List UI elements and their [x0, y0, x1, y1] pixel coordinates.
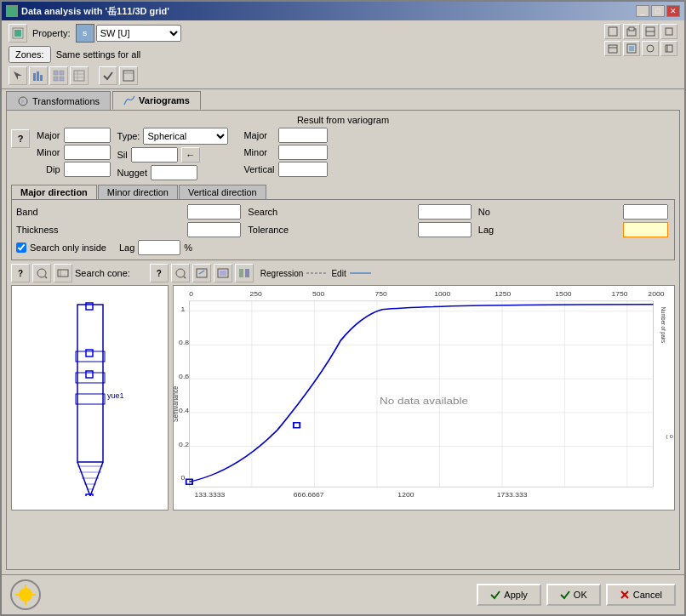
sil-arrow-button[interactable]: ←	[181, 147, 200, 163]
result-label: Result from variogram	[11, 115, 675, 125]
search-only-label: Search only inside	[30, 242, 106, 253]
lag-input[interactable]: 50	[138, 240, 180, 255]
svg-text:No data available: No data available	[380, 396, 468, 406]
search-input[interactable]: 2000	[418, 204, 472, 220]
well-diagram: yue111	[56, 300, 124, 496]
tr-icon-2[interactable]	[623, 24, 640, 39]
edit-label: Edit	[331, 269, 346, 278]
tr-icon-5[interactable]	[604, 41, 621, 56]
svg-rect-19	[60, 71, 64, 75]
svg-text:750: 750	[374, 291, 387, 298]
nugget-input[interactable]: 0.2	[151, 165, 197, 180]
dip-input[interactable]: 0	[64, 162, 111, 177]
minimize-button[interactable]: _	[636, 5, 649, 17]
svg-rect-15	[33, 73, 36, 81]
search-label: Search	[248, 207, 413, 217]
tr-icon-1[interactable]	[604, 24, 621, 39]
no-input[interactable]: 8	[623, 204, 668, 220]
zones-button[interactable]: Zones:	[9, 46, 51, 63]
thickness-label: Thickness	[16, 225, 182, 235]
search-tool-2[interactable]	[54, 264, 72, 282]
tr-icon-3[interactable]	[642, 24, 659, 39]
tool-icon-settings[interactable]	[119, 66, 138, 85]
search-help-icon[interactable]: ?	[11, 264, 30, 282]
dir-tab-vertical[interactable]: Vertical direction	[179, 185, 266, 199]
search-only-checkbox[interactable]	[16, 242, 26, 253]
svg-rect-4	[629, 27, 634, 31]
tr-icon-7[interactable]	[642, 41, 659, 56]
svg-line-30	[45, 277, 47, 278]
chart-help-icon[interactable]: ?	[150, 264, 169, 282]
svg-rect-16	[37, 71, 39, 81]
chart-tool-1[interactable]	[171, 264, 190, 282]
tool-icon-chart[interactable]	[29, 66, 48, 85]
svg-text:666.6667: 666.6667	[294, 492, 324, 499]
apply-button[interactable]: Apply	[477, 584, 541, 606]
nugget-label: Nugget	[117, 168, 147, 178]
svg-rect-18	[54, 71, 58, 75]
thickness-input[interactable]: 20	[187, 222, 241, 237]
svg-text:Semivariance: Semivariance	[174, 386, 180, 422]
svg-point-29	[37, 269, 46, 277]
tab-transformations[interactable]: Transformations	[6, 91, 111, 110]
sun-icon	[10, 579, 41, 610]
tool-icon-table[interactable]	[70, 66, 89, 85]
svg-rect-67	[189, 301, 653, 487]
chart-tool-3[interactable]	[214, 264, 232, 282]
lag-right-input[interactable]: 266.7	[623, 222, 668, 237]
tolerance-input[interactable]: 50	[418, 222, 472, 237]
svg-rect-8	[609, 45, 617, 53]
tool-icon-grid[interactable]	[49, 66, 68, 85]
close-button[interactable]: ✕	[666, 5, 680, 17]
type-label: Type:	[117, 131, 140, 141]
major-right-input[interactable]: 500	[278, 128, 328, 143]
svg-text:2000: 2000	[648, 291, 665, 298]
svg-rect-26	[123, 71, 134, 81]
svg-text:1: 1	[181, 306, 186, 313]
band-input[interactable]: 200	[187, 204, 241, 220]
ok-button[interactable]: OK	[546, 584, 601, 606]
svg-rect-39	[239, 269, 243, 277]
svg-text:1250: 1250	[494, 291, 512, 298]
chart-tool-4[interactable]	[235, 264, 254, 282]
type-select[interactable]: Spherical	[143, 128, 228, 145]
property-select[interactable]: SW [U]	[96, 25, 181, 42]
lag-pct: %	[184, 242, 192, 253]
app-icon	[6, 5, 18, 17]
search-cone-label: Search cone:	[75, 268, 130, 278]
chart-tool-2[interactable]	[192, 264, 211, 282]
tool-icon-check[interactable]	[99, 66, 117, 85]
svg-text:Number of pairs: Number of pairs	[660, 307, 667, 344]
tool-icon-arrow[interactable]	[9, 66, 27, 85]
sil-label: Sil	[117, 150, 128, 160]
variogram-chart: 0 250 500 750 1000 1250 1500 1750 2000 0…	[174, 286, 674, 510]
main-window: Data analysis with '岳111/3D grid' _ □ ✕ …	[0, 0, 686, 616]
svg-text:yue111: yue111	[107, 391, 124, 400]
window-title: Data analysis with '岳111/3D grid'	[21, 5, 169, 18]
tr-icon-6[interactable]	[623, 41, 640, 56]
tr-icon-4[interactable]	[660, 24, 677, 39]
zones-setting: Same settings for all	[56, 49, 141, 60]
sil-input[interactable]: 1	[131, 147, 178, 163]
svg-text:250: 250	[249, 291, 262, 298]
dir-tab-minor[interactable]: Minor direction	[98, 185, 178, 199]
band-label: Band	[16, 207, 182, 217]
svg-text:133.3333: 133.3333	[195, 492, 226, 499]
toolbar-icon-1[interactable]	[9, 24, 27, 43]
tr-icon-8[interactable]	[660, 41, 677, 56]
title-bar-text: Data analysis with '岳111/3D grid'	[6, 5, 169, 18]
vertical-input[interactable]: 100	[278, 162, 328, 177]
cancel-button[interactable]: Cancel	[606, 584, 676, 606]
maximize-button[interactable]: □	[651, 5, 665, 17]
svg-text:0.4: 0.4	[179, 408, 190, 414]
svg-rect-21	[60, 77, 64, 81]
tab-variograms[interactable]: Variograms	[112, 91, 201, 110]
search-tool-1[interactable]	[32, 264, 51, 282]
major-right-label: Major	[243, 130, 274, 140]
minor-right-input[interactable]: 500	[278, 145, 328, 160]
svg-line-34	[184, 277, 186, 278]
major-input[interactable]: 0	[64, 128, 111, 143]
help-icon[interactable]: ?	[11, 129, 30, 148]
dir-tab-major[interactable]: Major direction	[11, 185, 97, 199]
minor-input[interactable]: 270	[64, 145, 111, 160]
